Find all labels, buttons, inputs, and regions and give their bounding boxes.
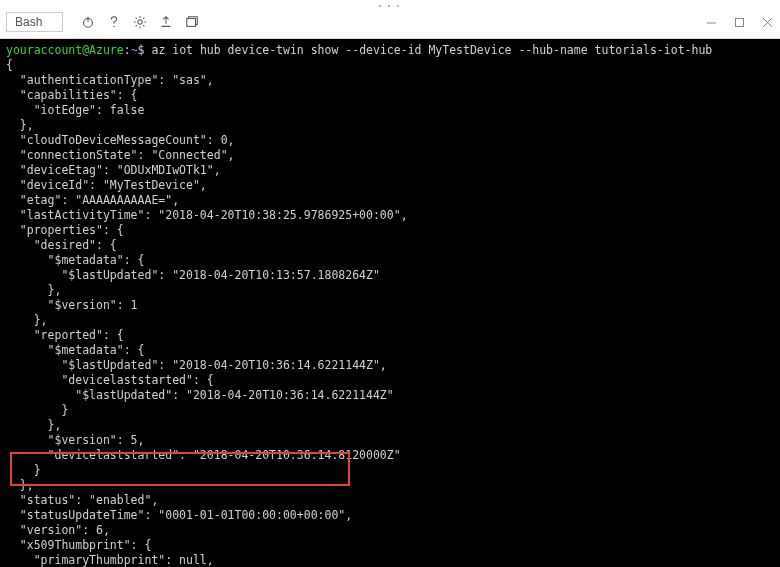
- svg-line-9: [144, 25, 145, 26]
- shell-select-dropdown[interactable]: Bash: [6, 12, 63, 32]
- svg-line-11: [144, 18, 145, 19]
- svg-line-8: [136, 18, 137, 19]
- prompt-path: ~: [131, 43, 138, 57]
- minimize-icon[interactable]: [704, 15, 718, 29]
- terminal-window: • • • Bash: [0, 0, 780, 567]
- toolbar: Bash: [0, 10, 780, 39]
- handle-dots: • • •: [379, 1, 402, 10]
- new-tab-icon[interactable]: [185, 15, 199, 29]
- prompt-dollar: $: [138, 43, 145, 57]
- command-text: az iot hub device-twin show --device-id …: [151, 43, 712, 57]
- window-controls: [704, 15, 774, 29]
- power-icon[interactable]: [81, 15, 95, 29]
- window-drag-handle[interactable]: • • •: [0, 0, 780, 10]
- toolbar-icons: [73, 15, 199, 29]
- gear-icon[interactable]: [133, 15, 147, 29]
- svg-point-3: [138, 20, 142, 24]
- svg-rect-14: [735, 18, 743, 26]
- svg-point-2: [114, 26, 115, 27]
- svg-line-10: [136, 25, 137, 26]
- shell-select-label: Bash: [15, 15, 42, 29]
- svg-rect-12: [187, 19, 196, 27]
- terminal-body[interactable]: youraccount@Azure:~$ az iot hub device-t…: [0, 39, 780, 567]
- maximize-icon[interactable]: [732, 15, 746, 29]
- upload-icon[interactable]: [159, 15, 173, 29]
- close-icon[interactable]: [760, 15, 774, 29]
- prompt-userhost: youraccount@Azure: [6, 43, 124, 57]
- help-icon[interactable]: [107, 15, 121, 29]
- command-output: { "authenticationType": "sas", "capabili…: [6, 58, 408, 567]
- prompt-sep: :: [124, 43, 131, 57]
